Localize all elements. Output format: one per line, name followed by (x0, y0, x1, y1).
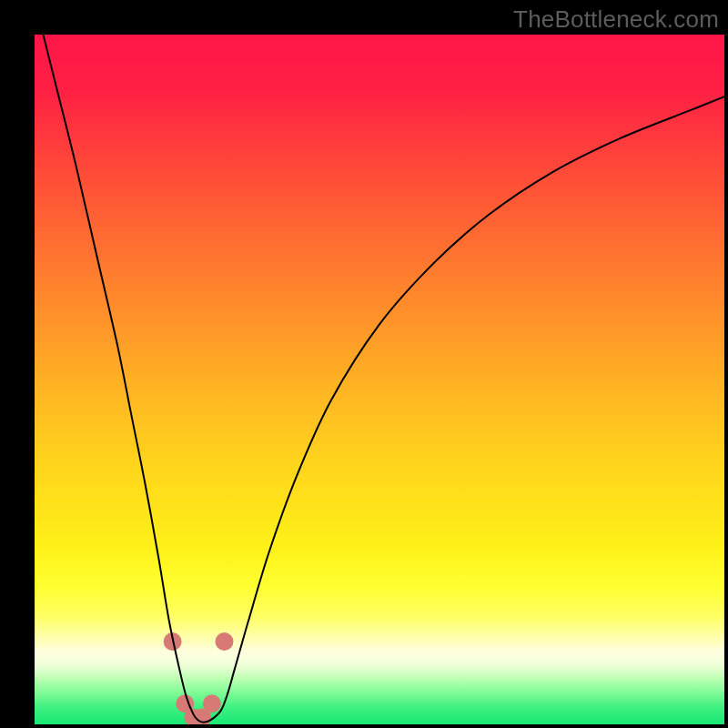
marker-dot (203, 694, 221, 713)
bottleneck-curve (35, 35, 724, 723)
marker-dot (215, 632, 233, 651)
chart-svg (35, 35, 724, 724)
plot-area (35, 35, 724, 724)
watermark-text: TheBottleneck.com (513, 5, 719, 34)
outer-frame: TheBottleneck.com (0, 0, 728, 728)
